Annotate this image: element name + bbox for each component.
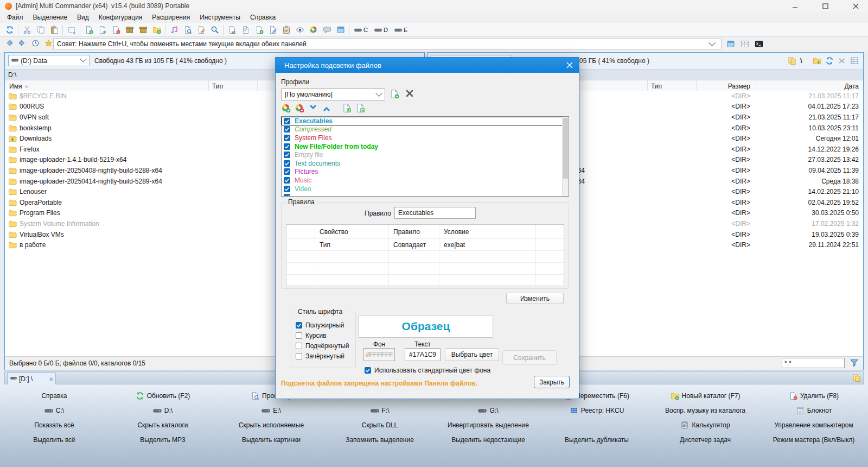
rule-enabled-checkbox[interactable] [284,194,290,197]
highlight-rule-item[interactable]: Executables [282,117,563,125]
command-button[interactable]: Воспр. музыку из каталога [651,403,760,418]
menu-item-6[interactable]: Справка [245,12,280,22]
column-date[interactable]: Дата [756,80,863,92]
command-button[interactable]: Обновить (F2) [108,388,217,403]
rule-name-input[interactable] [395,209,475,217]
folder-up-button[interactable] [813,56,821,65]
filter-icon[interactable] [850,358,859,369]
font-style-checkbox[interactable] [296,343,302,349]
tip-input[interactable] [54,40,710,48]
command-button[interactable]: Справка [0,388,108,403]
rule-table-row[interactable]: ТипСовпадаетexe|bat [286,239,564,251]
rule-enabled-checkbox[interactable] [284,186,290,192]
highlight-rule-item[interactable]: Music [282,176,563,185]
refresh-blue-button[interactable] [825,56,834,65]
left-drive-selector[interactable]: (D:) Data [8,55,90,66]
column-type[interactable]: Тип [208,80,257,92]
back-button[interactable] [3,39,15,49]
command-button[interactable]: Скрыть DLL [326,418,434,432]
box-pack-button[interactable] [123,24,136,36]
forward-button[interactable] [16,39,28,49]
pin-x-button[interactable] [838,56,846,65]
rule-enabled-checkbox[interactable] [284,177,290,184]
doc-text-button[interactable] [239,24,252,36]
use-default-bg-option[interactable]: Использовать стандартный цвет фона [365,367,490,374]
command-button[interactable]: Скрыть исполняемые [217,418,326,432]
panel-blue-button[interactable] [725,39,737,49]
console-button[interactable] [753,39,765,49]
command-button[interactable]: D:\ [108,403,217,418]
font-style-option[interactable]: Курсив [296,330,355,340]
color-remove-button[interactable] [295,103,304,113]
doc-edit-button[interactable] [194,24,208,36]
drive-button-C[interactable]: C [351,24,371,36]
tip-dropdown-icon[interactable] [710,42,718,47]
rule-enabled-checkbox[interactable] [284,160,290,167]
search-button[interactable] [208,24,221,36]
right-filter-input[interactable] [782,359,844,367]
new-profile-button[interactable] [390,89,399,101]
close-button[interactable] [847,0,864,12]
use-default-bg-checkbox[interactable] [365,367,371,374]
command-button[interactable]: F:\ [326,403,434,418]
command-button[interactable]: Управление компьютером [760,418,868,432]
doc-go-button[interactable] [95,24,109,36]
rule-enabled-checkbox[interactable] [284,126,290,132]
dialog-close-button[interactable] [560,58,579,73]
backslash-button[interactable]: \ [800,56,809,65]
command-button[interactable]: Новый каталог (F7) [651,388,760,403]
font-style-option[interactable]: Подчёркнутый [296,340,355,351]
highlight-rule-item[interactable]: Pictures [282,168,563,176]
import-file-button[interactable] [342,103,352,113]
highlight-rule-item[interactable]: Compressed [282,125,563,134]
docs-copy-button[interactable] [788,56,796,65]
command-button[interactable]: Выделить картинки [217,432,326,447]
highlight-rule-item[interactable]: New File/Folder from today [282,142,563,151]
command-button[interactable]: Запомнить выделение [326,432,434,447]
column-type[interactable]: Тип [647,80,696,92]
doc-del-button[interactable] [109,24,123,36]
rule-enabled-checkbox[interactable] [284,135,290,141]
doc-add-button[interactable] [252,24,266,36]
command-button[interactable]: Показать всё [0,418,108,432]
highlight-rule-item[interactable] [282,193,563,197]
command-button[interactable]: E:\ [217,403,326,418]
box-unpack-button[interactable] [136,24,150,36]
comment-button[interactable] [320,24,334,36]
music-button[interactable] [167,24,181,36]
copy-button[interactable] [34,24,47,36]
command-button[interactable]: Скрыть каталоги [108,418,217,432]
command-button[interactable]: Блокнот [760,403,868,418]
paste-button[interactable] [47,24,61,36]
delete-profile-button[interactable] [405,89,414,100]
table-button[interactable] [850,56,859,65]
rule-conditions-table[interactable]: СвойствоПравилоУсловиеТипСовпадаетexe|ba… [286,224,564,286]
highlight-rule-item[interactable]: System Files [282,134,563,142]
highlight-rule-item[interactable]: Empty file [282,150,563,159]
font-style-checkbox[interactable] [296,322,302,329]
panel-corner-icon[interactable] [852,374,861,384]
doc-plus-button[interactable] [82,24,95,36]
folder-plus-button[interactable] [150,24,163,36]
command-button[interactable]: Удалить (F8) [760,388,868,403]
drive-button-E[interactable]: E [391,24,411,36]
command-button[interactable]: Реестр: HKCU [542,403,651,418]
command-button[interactable]: C:\ [0,403,108,418]
command-button[interactable]: Выделить MP3 [108,432,217,447]
move-down-button[interactable] [308,103,318,113]
font-style-checkbox[interactable] [296,332,302,339]
command-button[interactable]: Выделить недостающие [434,432,542,447]
move-up-button[interactable] [322,103,331,113]
minimize-button[interactable] [787,0,803,12]
tab-close-icon[interactable] [49,375,53,383]
dialog-close-action-button[interactable]: Закрыть [534,376,570,388]
edit-rule-button[interactable]: Изменить [506,293,564,304]
drive-button-D[interactable]: D [371,24,391,36]
menu-item-5[interactable]: Инструменты [195,12,245,22]
rule-table-row[interactable] [286,251,564,263]
column-name[interactable]: Имя [5,80,208,92]
command-button[interactable]: Выделить дубликаты [542,432,651,447]
menu-item-1[interactable]: Выделение [28,12,73,22]
color-add-button[interactable] [281,103,291,113]
rule-table-row[interactable] [286,275,564,286]
